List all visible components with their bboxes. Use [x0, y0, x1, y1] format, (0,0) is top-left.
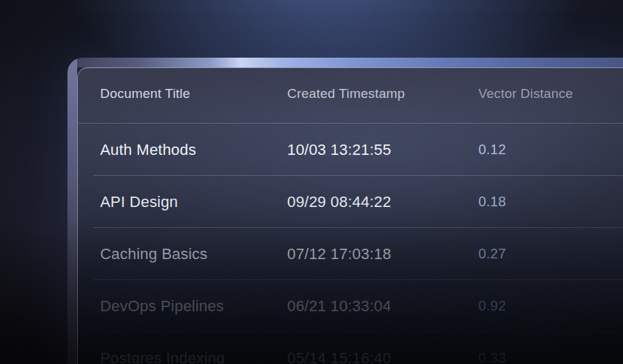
table-row[interactable]: Auth Methods 10/03 13:21:55 0.12 — [78, 124, 623, 176]
table-body: Auth Methods 10/03 13:21:55 0.12 API Des… — [78, 124, 623, 364]
table-card-bezel: Document Title Created Timestamp Vector … — [67, 58, 623, 364]
document-title-cell: API Design — [100, 176, 178, 228]
vector-distance-cell: 0.18 — [478, 176, 506, 228]
created-timestamp-cell: 05/14 15:16:40 — [287, 332, 391, 364]
document-title-cell: Caching Basics — [100, 228, 207, 280]
table-header-row: Document Title Created Timestamp Vector … — [78, 68, 623, 124]
table-row[interactable]: API Design 09/29 08:44:22 0.18 — [78, 176, 623, 228]
created-timestamp-cell: 09/29 08:44:22 — [287, 176, 391, 228]
vector-distance-cell: 0.27 — [478, 228, 506, 280]
created-timestamp-cell: 10/03 13:21:55 — [287, 124, 391, 176]
bezel-left-highlight — [67, 58, 77, 364]
document-title-cell: DevOps Pipelines — [100, 280, 224, 332]
column-header-document-title: Document Title — [100, 68, 191, 123]
vector-distance-cell: 0.92 — [478, 280, 506, 332]
bezel-top-highlight — [67, 58, 623, 67]
column-header-created-timestamp: Created Timestamp — [287, 68, 405, 123]
table-row[interactable]: Caching Basics 07/12 17:03:18 0.27 — [78, 228, 623, 280]
vector-distance-cell: 0.12 — [478, 124, 506, 176]
table-row[interactable]: Postgres Indexing 05/14 15:16:40 0.33 — [78, 332, 623, 364]
document-title-cell: Auth Methods — [100, 124, 196, 176]
documents-table-panel: Document Title Created Timestamp Vector … — [77, 67, 623, 364]
created-timestamp-cell: 07/12 17:03:18 — [287, 228, 391, 280]
column-header-vector-distance: Vector Distance — [478, 68, 573, 123]
document-title-cell: Postgres Indexing — [100, 332, 225, 364]
created-timestamp-cell: 06/21 10:33:04 — [287, 280, 391, 332]
table-row[interactable]: DevOps Pipelines 06/21 10:33:04 0.92 — [78, 280, 623, 332]
screenshot-root: Document Title Created Timestamp Vector … — [0, 0, 623, 364]
vector-distance-cell: 0.33 — [478, 332, 506, 364]
